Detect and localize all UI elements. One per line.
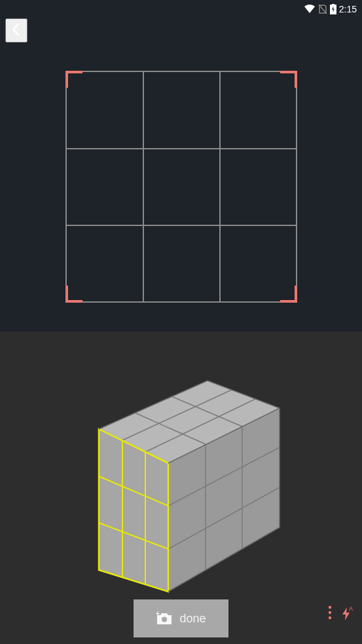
grid-line-h1	[67, 148, 296, 149]
more-vertical-icon	[328, 605, 332, 620]
svg-point-22	[329, 606, 331, 609]
done-button-label: done	[179, 612, 206, 626]
no-sim-icon	[318, 4, 327, 14]
bottom-bar: + done	[0, 599, 362, 637]
preview-area: + done A	[0, 331, 362, 644]
svg-point-23	[329, 611, 331, 614]
grid-line-v2	[219, 72, 221, 301]
battery-charging-icon	[330, 4, 336, 14]
corner-top-right	[280, 71, 297, 88]
corner-bottom-right	[280, 286, 297, 303]
flash-mode-label: A	[349, 606, 353, 612]
back-button[interactable]	[5, 18, 27, 43]
cube-viewport[interactable]	[70, 318, 293, 644]
capture-grid[interactable]	[65, 71, 297, 303]
capture-area	[0, 42, 362, 331]
corner-top-left	[65, 71, 82, 88]
corner-bottom-left	[65, 286, 82, 303]
more-options-button[interactable]	[325, 603, 335, 624]
bottom-right-controls: A	[325, 603, 355, 624]
grid-line-v1	[143, 72, 144, 301]
done-button[interactable]: + done	[134, 599, 228, 637]
flash-mode-button[interactable]: A	[340, 605, 355, 623]
clock-text: 2:15	[339, 4, 357, 14]
status-bar: 2:15	[0, 0, 362, 18]
camera-add-icon: +	[156, 611, 173, 626]
cube-3d	[70, 364, 293, 599]
wifi-icon	[304, 5, 316, 14]
svg-point-24	[329, 616, 331, 619]
svg-point-21	[162, 617, 167, 622]
svg-rect-2	[332, 4, 335, 5]
grid-line-h2	[67, 225, 296, 226]
top-bar	[0, 18, 362, 42]
